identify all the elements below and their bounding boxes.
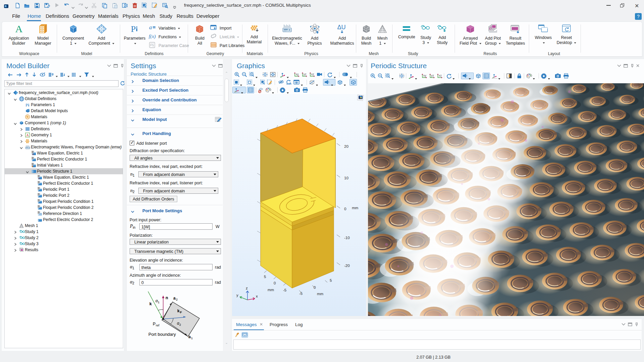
svg-text:A: A bbox=[15, 24, 22, 34]
svg-text:D: D bbox=[38, 193, 40, 195]
svg-text:-20: -20 bbox=[344, 264, 350, 268]
svg-text:1: 1 bbox=[191, 336, 193, 340]
svg-text:mm: mm bbox=[317, 292, 323, 296]
svg-text:F: F bbox=[180, 310, 182, 314]
svg-text:5: 5 bbox=[264, 275, 266, 279]
svg-text:2: 2 bbox=[176, 298, 178, 301]
svg-text:xz: xz bbox=[439, 74, 442, 77]
svg-text:yz: yz bbox=[431, 74, 434, 77]
svg-text:mm: mm bbox=[352, 206, 358, 210]
svg-text:z: z bbox=[246, 286, 248, 290]
svg-text:P: P bbox=[26, 102, 28, 107]
svg-text:a: a bbox=[149, 25, 152, 31]
svg-text:y: y bbox=[236, 293, 238, 297]
svg-text:a: a bbox=[188, 334, 191, 339]
svg-text:D: D bbox=[32, 151, 34, 153]
svg-text:k: k bbox=[149, 302, 152, 306]
svg-text:D: D bbox=[38, 211, 40, 214]
svg-text:1: 1 bbox=[158, 301, 159, 304]
svg-text:a: a bbox=[173, 296, 176, 301]
svg-text:10: 10 bbox=[344, 176, 349, 180]
svg-text:f(x): f(x) bbox=[149, 34, 156, 39]
svg-text:D: D bbox=[32, 157, 34, 159]
svg-text:P: P bbox=[153, 322, 155, 326]
svg-text:k: k bbox=[177, 309, 180, 313]
svg-text:mm: mm bbox=[268, 288, 274, 292]
svg-text:0: 0 bbox=[314, 285, 316, 289]
svg-text:0: 0 bbox=[274, 281, 276, 285]
svg-text:P: P bbox=[150, 43, 152, 47]
svg-text:-5: -5 bbox=[299, 291, 303, 296]
svg-text:ref: ref bbox=[156, 324, 159, 327]
svg-text:20: 20 bbox=[344, 144, 349, 148]
svg-text:ΔU: ΔU bbox=[337, 24, 346, 31]
svg-text:D: D bbox=[32, 163, 34, 165]
svg-text:Port boundary: Port boundary bbox=[148, 332, 176, 337]
svg-text:n: n bbox=[166, 296, 168, 300]
svg-text:D: D bbox=[38, 175, 40, 177]
svg-text:A: A bbox=[26, 133, 29, 137]
svg-text:D: D bbox=[38, 187, 40, 189]
svg-text:x: x bbox=[256, 294, 258, 298]
svg-text:D: D bbox=[38, 181, 40, 183]
svg-text:5: 5 bbox=[330, 278, 332, 282]
svg-text:0: 0 bbox=[344, 207, 346, 211]
svg-text:2: 2 bbox=[179, 323, 181, 326]
svg-text:-10: -10 bbox=[344, 236, 350, 240]
svg-text:P: P bbox=[131, 24, 136, 34]
svg-text:D: D bbox=[38, 199, 40, 201]
svg-text:-5: -5 bbox=[283, 288, 286, 292]
svg-text:D: D bbox=[38, 205, 40, 208]
svg-text:xy: xy bbox=[423, 74, 427, 77]
